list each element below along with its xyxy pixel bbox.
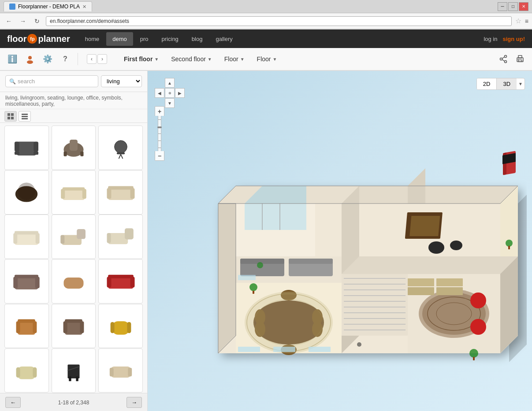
svg-point-133 — [245, 292, 333, 353]
canvas-area[interactable]: 2D 3D ▼ ▲ ◀ ⊕ ▶ ▼ + — [148, 71, 532, 411]
url-input[interactable] — [46, 16, 512, 26]
next-floor-button[interactable]: › — [97, 54, 107, 64]
back-button[interactable]: ← — [4, 16, 14, 26]
close-button[interactable]: ✕ — [519, 2, 528, 11]
svg-rect-60 — [18, 321, 36, 335]
window-controls: ─ □ ✕ — [498, 2, 528, 11]
svg-rect-68 — [112, 321, 130, 335]
furniture-item-3[interactable] — [98, 126, 143, 170]
floorplan-container — [192, 107, 527, 406]
furniture-item-4[interactable] — [4, 170, 49, 215]
minimize-button[interactable]: ─ — [498, 2, 507, 11]
tab-title: Floorplanner - DEMO PLA — [18, 4, 80, 10]
furniture-item-10[interactable] — [4, 259, 49, 304]
svg-rect-73 — [33, 367, 37, 378]
reload-button[interactable]: ↻ — [32, 16, 42, 26]
third-floor-dropdown-icon: ▼ — [240, 57, 245, 62]
floor-tab-third[interactable]: Floor ▼ — [218, 52, 251, 66]
tab-close-button[interactable]: ✕ — [82, 4, 86, 10]
svg-rect-106 — [508, 246, 510, 249]
forward-button[interactable]: → — [18, 16, 28, 26]
floor-tab-first[interactable]: First floor ▼ — [118, 52, 165, 66]
svg-rect-61 — [16, 321, 20, 333]
svg-rect-33 — [63, 189, 85, 200]
furniture-item-15[interactable] — [98, 304, 143, 348]
bookmark-icon[interactable]: ☆ — [515, 17, 521, 25]
signup-link[interactable]: sign up! — [502, 36, 525, 42]
svg-rect-17 — [22, 118, 28, 119]
grid-view-button[interactable] — [4, 111, 17, 122]
pan-center-button[interactable]: ⊕ — [165, 88, 175, 98]
furniture-item-7[interactable] — [4, 215, 49, 259]
share-button[interactable] — [497, 52, 510, 66]
furniture-item-17[interactable] — [52, 348, 96, 393]
floor-tabs: First floor ▼ Second floor ▼ Floor ▼ Flo… — [118, 52, 283, 66]
svg-rect-22 — [34, 142, 39, 152]
svg-rect-21 — [15, 142, 19, 152]
nav-demo[interactable]: demo — [106, 32, 133, 46]
pan-left-button[interactable]: ◀ — [155, 88, 164, 98]
nav-blog[interactable]: blog — [186, 32, 209, 46]
category-select[interactable]: living bedroom kitchen bathroom office — [101, 75, 142, 87]
furniture-item-13[interactable] — [4, 304, 49, 348]
maximize-button[interactable]: □ — [508, 2, 518, 11]
svg-rect-28 — [117, 152, 125, 155]
svg-rect-36 — [63, 188, 85, 191]
next-page-button[interactable]: → — [126, 397, 142, 408]
furniture-item-6[interactable] — [98, 170, 143, 215]
svg-rect-24 — [70, 140, 78, 151]
svg-point-154 — [357, 342, 361, 347]
logo-text-floor: floor — [7, 34, 26, 44]
furniture-item-1[interactable] — [4, 126, 49, 170]
person-icon[interactable] — [23, 52, 37, 66]
list-view-button[interactable] — [19, 111, 31, 122]
nav-home[interactable]: home — [79, 32, 106, 46]
zoom-in-button[interactable]: + — [155, 106, 164, 116]
furniture-item-12[interactable] — [98, 259, 143, 304]
svg-point-1 — [27, 60, 33, 64]
info-icon[interactable]: ℹ️ — [5, 52, 19, 66]
view-2d-button[interactable]: 2D — [477, 78, 497, 89]
prev-page-button[interactable]: ← — [5, 397, 21, 408]
floor-tab-fourth-label: Floor — [257, 56, 271, 63]
floor-tab-first-label: First floor — [124, 56, 153, 63]
floor-tab-second[interactable]: Second floor ▼ — [165, 52, 218, 66]
furniture-item-9[interactable] — [98, 215, 143, 259]
settings-icon[interactable]: ⚙️ — [41, 52, 55, 66]
login-link[interactable]: log in — [484, 36, 497, 42]
furniture-item-5[interactable] — [52, 170, 96, 215]
svg-rect-9 — [518, 60, 522, 62]
pan-up-button[interactable]: ▲ — [165, 78, 175, 88]
zoom-out-button[interactable]: − — [155, 151, 164, 161]
pan-right-button[interactable]: ▶ — [175, 88, 185, 98]
floor-tab-fourth[interactable]: Floor ▼ — [251, 52, 283, 66]
nav-pro[interactable]: pro — [134, 32, 155, 46]
view-3d-dropdown[interactable]: ▼ — [517, 81, 525, 86]
svg-rect-40 — [108, 186, 134, 190]
prev-floor-button[interactable]: ‹ — [87, 54, 97, 64]
furniture-item-8[interactable] — [52, 215, 96, 259]
svg-line-5 — [502, 57, 504, 59]
furniture-item-11[interactable] — [52, 259, 96, 304]
browser-tab[interactable]: Floorplanner - DEMO PLA ✕ — [4, 1, 92, 11]
nav-pricing[interactable]: pricing — [156, 32, 185, 46]
furniture-item-16[interactable] — [4, 348, 49, 393]
pan-down-button[interactable]: ▼ — [165, 98, 175, 108]
svg-rect-41 — [15, 233, 38, 245]
first-floor-dropdown-icon: ▼ — [154, 57, 159, 62]
svg-rect-78 — [111, 367, 130, 378]
zoom-slider[interactable] — [158, 116, 161, 151]
help-icon[interactable]: ? — [58, 52, 72, 66]
furniture-item-2[interactable] — [52, 126, 96, 170]
nav-gallery[interactable]: gallery — [209, 32, 238, 46]
search-input[interactable] — [18, 78, 94, 85]
svg-rect-63 — [18, 319, 36, 323]
svg-rect-43 — [36, 233, 40, 244]
print-button[interactable] — [513, 52, 527, 66]
floor-tab-second-label: Second floor — [171, 56, 206, 63]
view-3d-button[interactable]: 3D — [497, 78, 517, 89]
svg-rect-54 — [15, 275, 38, 278]
furniture-item-18[interactable] — [98, 348, 143, 393]
furniture-item-14[interactable] — [52, 304, 96, 348]
browser-menu-icon[interactable]: ≡ — [525, 18, 528, 25]
